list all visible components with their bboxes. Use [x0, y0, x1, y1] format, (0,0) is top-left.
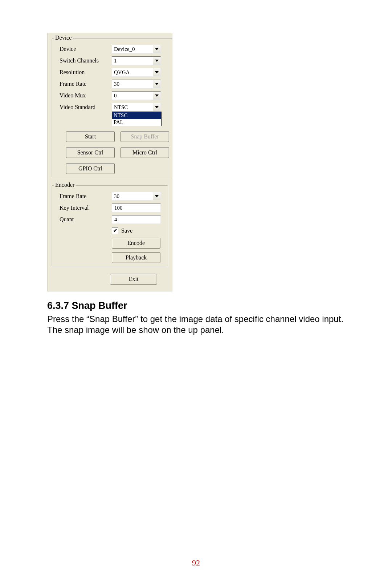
chevron-down-icon	[155, 94, 159, 97]
micro-ctrl-button[interactable]: Micro Ctrl	[121, 147, 169, 158]
device-dropdown[interactable]: Device_0	[112, 45, 161, 53]
row-quant: Quant 4	[52, 215, 168, 224]
row-video-standard: Video Standard NTSC	[52, 103, 173, 112]
video-standard-option-pal[interactable]: PAL	[112, 119, 161, 126]
enc-frame-rate-dropdown[interactable]: 30	[112, 192, 161, 201]
row-frame-rate: Frame Rate 30	[52, 80, 173, 88]
dropdown-button[interactable]	[153, 80, 160, 88]
switch-channels-dropdown[interactable]: 1	[112, 56, 161, 65]
encode-button[interactable]: Encode	[112, 238, 160, 249]
chevron-down-icon	[155, 60, 159, 62]
key-interval-input[interactable]: 100	[112, 204, 161, 212]
video-mux-label: Video Mux	[55, 92, 112, 99]
section-body: Press the “Snap Buffer” to get the image…	[47, 314, 345, 335]
row-resolution: Resolution QVGA	[52, 68, 173, 77]
page-number: 92	[0, 558, 392, 568]
dropdown-button[interactable]	[153, 103, 160, 111]
video-standard-option-ntsc[interactable]: NTSC	[112, 112, 161, 119]
exit-button-row: Exit	[48, 274, 168, 285]
dropdown-button[interactable]	[153, 192, 160, 200]
video-standard-dropdown[interactable]: NTSC	[112, 103, 161, 112]
frame-rate-label: Frame Rate	[55, 81, 112, 87]
chevron-down-icon	[155, 48, 159, 50]
exit-button[interactable]: Exit	[110, 274, 157, 285]
quant-input[interactable]: 4	[112, 215, 161, 224]
device-buttons-row-3: GPIO Ctrl	[52, 163, 173, 174]
resolution-dropdown[interactable]: QVGA	[112, 68, 161, 77]
save-checkbox-row: ✔ Save	[112, 227, 168, 234]
row-key-interval: Key Interval 100	[52, 204, 168, 212]
gpio-ctrl-button[interactable]: GPIO Ctrl	[66, 163, 115, 174]
dropdown-button[interactable]	[153, 45, 160, 53]
playback-button[interactable]: Playback	[112, 252, 160, 263]
device-buttons-row-1: Start Snap Buffer	[52, 131, 173, 142]
dropdown-button[interactable]	[153, 57, 160, 65]
chevron-down-icon	[155, 106, 159, 108]
dropdown-button[interactable]	[153, 68, 160, 76]
video-mux-value: 0	[112, 92, 153, 100]
snap-buffer-button[interactable]: Snap Buffer	[121, 131, 169, 142]
device-dropdown-value: Device_0	[112, 45, 153, 53]
sensor-ctrl-button[interactable]: Sensor Ctrl	[66, 147, 115, 158]
key-interval-label: Key Interval	[55, 205, 112, 211]
encode-button-row: Encode	[52, 238, 164, 249]
video-mux-dropdown[interactable]: 0	[112, 91, 161, 100]
dropdown-button[interactable]	[153, 92, 160, 100]
device-buttons-row-2: Sensor Ctrl Micro Ctrl	[52, 147, 173, 158]
device-group: Device Device Device_0 Switch Channels 1	[51, 35, 173, 178]
enc-frame-rate-label: Frame Rate	[55, 193, 112, 200]
encoder-group: Encoder Frame Rate 30 Key Interval 100 Q…	[51, 182, 168, 267]
resolution-value: QVGA	[112, 68, 153, 76]
device-group-legend: Device	[54, 35, 73, 41]
switch-channels-value: 1	[112, 57, 153, 65]
chevron-down-icon	[155, 83, 159, 85]
quant-label: Quant	[55, 216, 112, 223]
frame-rate-dropdown[interactable]: 30	[112, 80, 161, 88]
save-checkbox-label: Save	[121, 227, 132, 234]
settings-panel: Device Device Device_0 Switch Channels 1	[47, 33, 172, 291]
encoder-group-legend: Encoder	[54, 182, 76, 188]
video-standard-label: Video Standard	[55, 104, 112, 110]
save-checkbox[interactable]: ✔	[112, 227, 118, 234]
switch-channels-label: Switch Channels	[55, 57, 112, 64]
row-switch-channels: Switch Channels 1	[52, 56, 173, 65]
row-video-mux: Video Mux 0	[52, 91, 173, 100]
enc-frame-rate-value: 30	[112, 192, 153, 200]
chevron-down-icon	[155, 195, 159, 197]
row-device: Device Device_0	[52, 45, 173, 53]
playback-button-row: Playback	[52, 252, 164, 263]
video-standard-listbox[interactable]: NTSC PAL	[112, 112, 162, 126]
resolution-label: Resolution	[55, 69, 112, 76]
device-label: Device	[55, 46, 112, 52]
video-standard-value: NTSC	[112, 103, 153, 111]
row-enc-frame-rate: Frame Rate 30	[52, 192, 168, 201]
frame-rate-value: 30	[112, 80, 153, 88]
document-page: Device Device Device_0 Switch Channels 1	[0, 0, 392, 588]
start-button[interactable]: Start	[66, 131, 115, 142]
chevron-down-icon	[155, 71, 159, 73]
section-heading: 6.3.7 Snap Buffer	[47, 300, 345, 311]
